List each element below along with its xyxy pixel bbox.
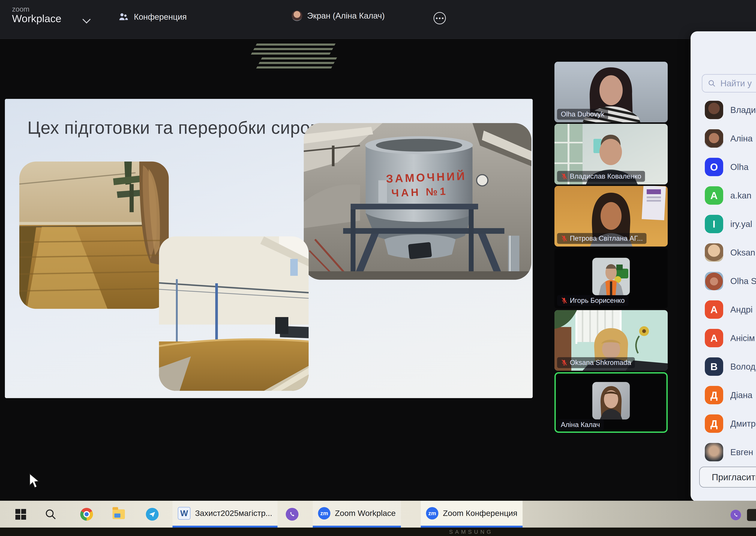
people-icon [118, 11, 129, 22]
viber-icon [286, 508, 299, 520]
participant-name-label: Петрова Світлана АГ... [557, 233, 646, 244]
telegram-button[interactable] [146, 508, 159, 520]
taskbar-word-document[interactable]: W Захист2025магістр... [173, 501, 277, 527]
participant-row[interactable]: А Анісім [691, 324, 756, 352]
windows-taskbar: W Захист2025магістр... zm Zoom Workplace… [0, 501, 756, 527]
participant-row[interactable]: I iry.yal [691, 210, 756, 238]
participant-search[interactable] [702, 74, 756, 92]
slide-title: Цех підготовки та переробки сировини [27, 117, 350, 138]
ceiling-light-reflection [250, 44, 335, 56]
mouse-cursor [28, 473, 41, 490]
invite-button[interactable]: Пригласить [699, 467, 756, 487]
monitor-brand: SAMSUNG [449, 529, 493, 535]
participant-row[interactable]: Евген [691, 438, 756, 466]
avatar: O [705, 158, 723, 176]
profile-photo [592, 258, 630, 295]
viber-icon [731, 510, 741, 520]
file-explorer-button[interactable] [112, 508, 125, 519]
taskbar-search-button[interactable] [45, 508, 56, 520]
folder-icon [112, 509, 125, 519]
avatar [705, 101, 723, 119]
avatar [705, 443, 723, 461]
participant-row[interactable]: А Андрі [691, 295, 756, 324]
chrome-icon [80, 508, 93, 520]
chevron-down-icon[interactable] [82, 16, 91, 24]
ceiling-light-reflection [255, 57, 337, 70]
shared-screen-slide: Цех підготовки та переробки сировини [5, 99, 533, 398]
word-doc-label: Захист2025магістр... [195, 509, 272, 518]
avatar: А [705, 300, 723, 319]
viber-button[interactable] [286, 508, 299, 520]
chrome-button[interactable] [80, 508, 93, 520]
zoom-toolbar: zoom Workplace Конференция Экран (Аліна … [0, 0, 756, 39]
participant-name-label: Владислав Коваленко [557, 171, 645, 182]
zoom-app-icon: zm [318, 507, 331, 519]
slide-photo-grain-conveyor [19, 161, 169, 309]
avatar [705, 129, 723, 148]
mic-muted-icon [561, 235, 568, 242]
zoom-workplace-logo: zoom Workplace [12, 6, 61, 24]
participant-name-label: Olha Dubovyk [557, 109, 608, 120]
slide-photo-soaking-vat: ЗАМОЧНИЙ ЧАН №1 [304, 123, 531, 280]
participant-row[interactable]: Аліна [691, 124, 756, 153]
participant-row[interactable]: Влади [691, 96, 756, 124]
participant-name-label: Игорь Борисенко [557, 295, 628, 306]
mic-muted-icon [561, 297, 568, 304]
taskbar-zoom-conference[interactable]: zm Zoom Конференция [421, 501, 522, 527]
presenter-avatar [292, 11, 302, 21]
zoom-app-icon: zm [426, 507, 438, 519]
participants-panel: Влади Аліна O Olha A a.kan I iry.yal Oks… [691, 31, 756, 502]
participant-name-label: Oksana Shkromada [557, 357, 635, 368]
participant-name-label: Аліна Калач [557, 419, 604, 430]
avatar: A [705, 186, 723, 205]
search-icon [45, 508, 56, 520]
avatar: В [705, 357, 723, 376]
video-tile-petrova-svitlana[interactable]: Петрова Світлана АГ... [554, 186, 668, 247]
slide-photo-malting-floor [159, 236, 309, 391]
avatar: А [705, 329, 723, 347]
logo-line-workplace: Workplace [12, 13, 61, 24]
participant-row[interactable]: O Olha [691, 153, 756, 181]
zoom-conference-label: Zoom Конференция [443, 509, 517, 518]
tray-icon-partial[interactable] [747, 509, 756, 521]
start-button[interactable] [16, 509, 26, 519]
more-options-icon[interactable]: ••• [433, 12, 446, 24]
avatar: Д [705, 415, 723, 433]
search-icon [708, 79, 716, 87]
video-tile-vladyslav-kovalenko[interactable]: Владислав Коваленко [554, 124, 668, 184]
tab-conference[interactable]: Конференция [118, 11, 187, 22]
telegram-icon [146, 508, 159, 520]
video-tile-oksana-shkromada[interactable]: Oksana Shkromada [554, 310, 668, 371]
tab-shared-screen[interactable]: Экран (Аліна Калач) [292, 11, 385, 21]
avatar: I [705, 215, 723, 233]
windows-logo-icon [16, 509, 26, 519]
vat-stencil-text: ЗАМОЧНИЙ ЧАН №1 [386, 170, 467, 199]
zoom-meeting-window: zoom Workplace Конференция Экран (Аліна … [0, 0, 756, 536]
video-tile-alina-kalach[interactable]: Аліна Калач [554, 372, 668, 433]
participant-row[interactable]: Д Діана [691, 381, 756, 409]
word-icon: W [178, 507, 191, 520]
avatar [705, 243, 723, 262]
taskbar-zoom-workplace[interactable]: zm Zoom Workplace [313, 501, 401, 527]
tab-screen-label: Экран (Аліна Калач) [307, 11, 385, 20]
tab-conference-label: Конференция [134, 12, 187, 21]
participant-row[interactable]: Olha S [691, 267, 756, 295]
tray-viber-button[interactable] [731, 510, 741, 520]
mic-muted-icon [561, 173, 568, 180]
logo-line-zoom: zoom [12, 6, 61, 13]
participant-row[interactable]: A a.kan [691, 181, 756, 210]
video-tile-olha-dubovyk[interactable]: Olha Dubovyk [554, 62, 668, 122]
avatar [705, 272, 723, 290]
monitor-bezel [0, 527, 756, 536]
participant-row[interactable]: Oksan [691, 238, 756, 267]
search-input[interactable] [720, 78, 756, 88]
video-tile-igor-borisenko[interactable]: Игорь Борисенко [554, 248, 668, 309]
participant-row[interactable]: Д Дмитр [691, 409, 756, 438]
zoom-workplace-label: Zoom Workplace [335, 509, 395, 518]
profile-photo [592, 382, 630, 419]
mic-muted-icon [561, 359, 568, 366]
avatar: Д [705, 386, 723, 404]
participant-row[interactable]: В Волод [691, 352, 756, 381]
